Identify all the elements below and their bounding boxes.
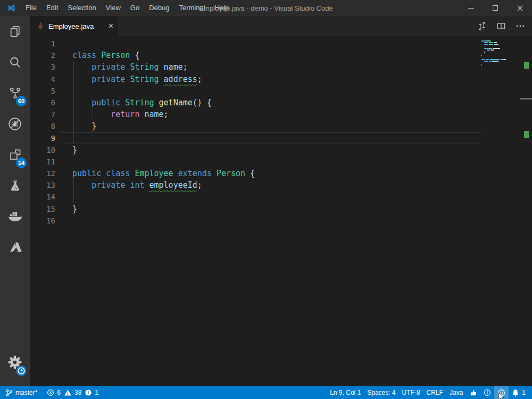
infos-count: 1	[84, 386, 99, 399]
code-line[interactable]: 2class Person {	[30, 49, 532, 61]
maximize-icon	[493, 5, 498, 11]
files-icon	[8, 24, 22, 39]
problems-status[interactable]: 6 38 1	[46, 386, 99, 399]
maximize-button[interactable]	[483, 0, 508, 16]
line-number[interactable]: 15	[30, 203, 60, 215]
menu-view[interactable]: View	[101, 0, 126, 16]
more-actions-button[interactable]	[513, 19, 528, 34]
encoding-status[interactable]: UTF-8	[399, 386, 423, 399]
line-number[interactable]: 12	[30, 168, 60, 179]
line-number[interactable]: 8	[30, 120, 60, 132]
indent-guide	[73, 73, 74, 85]
status-bar: master* 6 38 1	[0, 386, 532, 399]
eol-value: CRLF	[427, 389, 443, 396]
tab-employee-java[interactable]: Employee.java ×	[30, 16, 118, 36]
git-branch-icon	[5, 389, 13, 397]
menu-selection[interactable]: Selection	[63, 0, 101, 16]
line-number[interactable]: 2	[30, 49, 60, 61]
code-line[interactable]: 6 public String getName() {	[30, 97, 532, 109]
errors-value: 6	[57, 389, 61, 396]
flask-icon	[8, 179, 22, 193]
docker-icon	[7, 209, 23, 225]
code-line[interactable]: 11	[30, 156, 532, 168]
sidebar-item-search[interactable]	[0, 47, 30, 78]
menu-edit[interactable]: Edit	[41, 0, 63, 16]
menu-file[interactable]: File	[21, 0, 41, 16]
eol-status[interactable]: CRLF	[423, 386, 446, 399]
scrollbar[interactable]	[520, 36, 532, 386]
code-editor[interactable]: 12class Person {3 private String name;4 …	[30, 36, 532, 386]
cursor-position-value: Ln 9, Col 1	[330, 389, 361, 396]
indentation-status[interactable]: Spaces: 4	[364, 386, 398, 399]
indent-guide	[93, 109, 93, 120]
info-circle-icon	[484, 389, 491, 396]
notifications-button[interactable]: 1	[509, 386, 529, 399]
indent-guide	[73, 85, 74, 97]
menu-debug[interactable]: Debug	[144, 0, 174, 16]
encoding-value: UTF-8	[402, 389, 420, 396]
sync-changes-button[interactable]	[475, 19, 489, 34]
tab-close-icon[interactable]: ×	[109, 22, 113, 30]
editor-area: Employee.java ×	[30, 16, 532, 386]
sidebar-item-debug[interactable]	[0, 109, 30, 139]
line-number[interactable]: 3	[30, 61, 60, 73]
errors-count: 6	[46, 386, 62, 399]
minimize-button[interactable]	[459, 0, 483, 16]
cursor-position-status[interactable]: Ln 9, Col 1	[327, 386, 364, 399]
settings-button[interactable]	[0, 347, 30, 378]
language-mode-status[interactable]: Java	[446, 386, 466, 399]
code-line[interactable]: 13 private int employeeId;	[30, 179, 532, 191]
code-line[interactable]: 15}	[30, 203, 532, 215]
line-number[interactable]: 7	[30, 109, 60, 120]
git-branch-status[interactable]: master*	[2, 386, 40, 399]
code-line[interactable]: 4 private String address;	[30, 73, 532, 85]
sidebar-item-azure[interactable]	[0, 232, 30, 263]
title-bar: File Edit Selection View Go Debug Termin…	[0, 0, 532, 16]
code-line[interactable]: 8 }	[30, 120, 532, 132]
line-number[interactable]: 14	[30, 191, 60, 203]
menu-go[interactable]: Go	[126, 0, 144, 16]
line-number[interactable]: 11	[30, 156, 60, 168]
code-line[interactable]: 7 return name;	[30, 109, 532, 120]
azure-icon	[7, 240, 23, 255]
code-line[interactable]: 3 private String name;	[30, 61, 532, 73]
sidebar-item-explorer[interactable]	[0, 16, 30, 47]
code-line[interactable]: 5	[30, 85, 532, 97]
line-number[interactable]: 10	[30, 144, 60, 156]
indent-guide	[73, 191, 74, 203]
line-number[interactable]: 13	[30, 179, 60, 191]
line-number[interactable]: 16	[30, 215, 60, 227]
minimap[interactable]	[481, 38, 520, 68]
tab-bar: Employee.java ×	[30, 16, 532, 36]
code-line[interactable]: 10}	[30, 144, 532, 156]
line-number[interactable]: 5	[30, 85, 60, 97]
menu-help[interactable]: Help	[210, 0, 234, 16]
code-line[interactable]: 16	[30, 215, 532, 227]
sidebar-item-docker[interactable]	[0, 201, 30, 232]
info-button[interactable]	[480, 386, 494, 399]
vscode-window: File Edit Selection View Go Debug Termin…	[0, 0, 532, 399]
indent-guide	[73, 61, 74, 73]
line-number[interactable]: 4	[30, 73, 60, 85]
update-clock-badge	[15, 365, 27, 377]
indentation-value: Spaces: 4	[367, 389, 395, 396]
sidebar-item-extensions[interactable]: 14	[0, 139, 30, 170]
sidebar-item-source-control[interactable]: 60	[0, 78, 30, 109]
line-number[interactable]: 9	[30, 132, 60, 144]
indent-guide	[73, 132, 74, 144]
sidebar-item-test[interactable]	[0, 170, 30, 201]
code-line[interactable]: 9	[30, 132, 532, 144]
thumbs-up-button[interactable]	[466, 386, 480, 399]
branch-name: master*	[15, 389, 37, 396]
vscode-logo-icon	[6, 3, 16, 13]
line-number[interactable]: 6	[30, 97, 60, 109]
overview-warning-mark	[524, 62, 529, 69]
split-editor-button[interactable]	[494, 19, 509, 34]
code-line[interactable]: 1	[30, 38, 532, 49]
line-number[interactable]: 1	[30, 38, 60, 49]
code-line[interactable]: 12public class Employee extends Person {	[30, 168, 532, 179]
close-button[interactable]	[508, 0, 532, 16]
menu-terminal[interactable]: Terminal	[174, 0, 210, 16]
warnings-value: 38	[74, 389, 81, 396]
code-line[interactable]: 14	[30, 191, 532, 203]
